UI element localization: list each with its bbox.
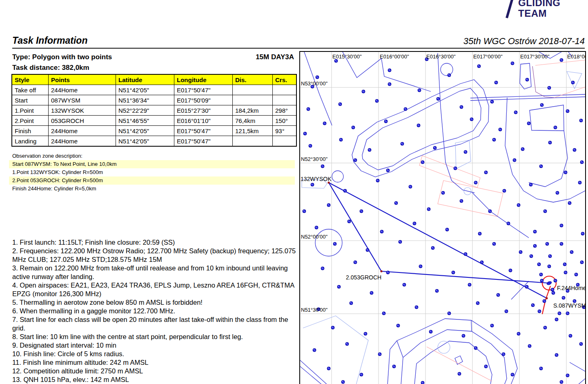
waypoint-dot bbox=[448, 74, 451, 77]
waypoint-dot-speck bbox=[336, 61, 336, 61]
task-note: 13. QNH 1015 hPa, elev.: 142 m AMSL bbox=[12, 375, 298, 384]
waypoint-dot-speck bbox=[520, 251, 521, 252]
waypoint-dot bbox=[484, 365, 488, 368]
waypoint-dot-speck bbox=[385, 121, 386, 121]
airspace-circle bbox=[441, 63, 453, 76]
waypoint-dot-speck bbox=[461, 107, 462, 107]
waypoint-dot bbox=[327, 367, 330, 370]
waypoint-dot bbox=[539, 165, 543, 168]
waypoint-dot-speck bbox=[533, 305, 533, 306]
waypoint-dot bbox=[454, 167, 457, 170]
waypoint-dot-speck bbox=[470, 285, 470, 285]
waypoint-dot-speck bbox=[557, 319, 557, 320]
waypoint-dot-speck bbox=[304, 133, 305, 134]
longitude-label: E016°30'00" bbox=[426, 54, 456, 60]
waypoint-dot-speck bbox=[355, 262, 356, 263]
waypoint-dot-speck bbox=[333, 328, 333, 328]
waypoint-dot-speck bbox=[335, 60, 336, 61]
airspace-line bbox=[401, 330, 507, 384]
waypoint-dot-speck bbox=[531, 185, 531, 185]
waypoint-dot bbox=[480, 261, 483, 264]
waypoint-dot bbox=[552, 291, 555, 295]
waypoint-dot-speck bbox=[476, 348, 476, 348]
table-cell bbox=[273, 136, 297, 147]
waypoint-dot bbox=[418, 89, 421, 92]
waypoint-dot-speck bbox=[527, 287, 527, 287]
table-cell bbox=[233, 95, 273, 105]
waypoint-dot-speck bbox=[372, 293, 372, 293]
waypoint-dot-speck bbox=[312, 185, 313, 185]
waypoint-dot bbox=[513, 159, 516, 162]
waypoint-dot bbox=[530, 255, 533, 258]
table-row: Take off244HomeN51°42'05"E017°50'47" bbox=[12, 85, 296, 95]
waypoint-dot-speck bbox=[521, 252, 521, 252]
waypoint-dot bbox=[526, 78, 529, 81]
waypoint-dot bbox=[521, 147, 524, 151]
observation-zone-line: 1.Point 132WYSOK: Cylinder R=500m bbox=[9, 168, 295, 176]
waypoint-dot bbox=[386, 271, 390, 274]
table-cell: E017°50'47" bbox=[174, 126, 233, 136]
waypoint-dot-speck bbox=[580, 343, 581, 344]
airspace-line bbox=[532, 66, 554, 98]
turnpoint-mark bbox=[380, 270, 382, 272]
waypoint-dot-speck bbox=[422, 382, 423, 383]
waypoint-dot-speck bbox=[481, 261, 482, 262]
waypoint-dot-speck bbox=[386, 121, 386, 122]
airspace-line bbox=[578, 379, 585, 384]
waypoint-dot-speck bbox=[388, 170, 388, 171]
waypoint-dot-speck bbox=[463, 335, 463, 336]
waypoint-dot-speck bbox=[561, 60, 562, 60]
airspace-polygon bbox=[530, 105, 564, 131]
airspace-line bbox=[427, 347, 492, 381]
waypoint-dot bbox=[543, 210, 547, 213]
waypoint-dot bbox=[458, 372, 461, 375]
waypoint-dot bbox=[354, 261, 357, 264]
waypoint-dot bbox=[570, 250, 573, 254]
airspace-line bbox=[529, 131, 568, 187]
waypoint-dot-speck bbox=[569, 202, 570, 203]
waypoint-dot-speck bbox=[395, 202, 396, 203]
waypoint-dot bbox=[529, 183, 532, 186]
waypoint-dot bbox=[492, 242, 496, 246]
waypoint-dot bbox=[354, 159, 357, 162]
waypoint-dot-speck bbox=[465, 151, 466, 152]
waypoint-dot-speck bbox=[303, 210, 304, 211]
waypoint-dot bbox=[581, 232, 584, 235]
waypoint-dot bbox=[540, 103, 543, 107]
waypoint-dot-speck bbox=[575, 301, 575, 301]
waypoint-dot-speck bbox=[491, 325, 492, 326]
waypoint-dot bbox=[548, 265, 551, 268]
waypoint-dot bbox=[548, 141, 552, 144]
waypoint-dot-speck bbox=[433, 248, 433, 248]
observation-zone-line: 2.Point 053GROCH: Cylinder R=500m bbox=[9, 176, 295, 185]
waypoint-dot-speck bbox=[549, 266, 550, 267]
waypoint-dot bbox=[554, 126, 557, 129]
waypoint-dot-speck bbox=[443, 193, 443, 193]
waypoint-dot-speck bbox=[561, 243, 561, 244]
waypoint-dot-speck bbox=[510, 270, 511, 271]
waypoint-dot-speck bbox=[575, 150, 575, 150]
waypoint-dot-speck bbox=[323, 268, 323, 269]
waypoint-dot bbox=[476, 301, 479, 305]
waypoint-dot bbox=[382, 312, 385, 315]
task-note: 12. Competition altitude limit: 2750 m A… bbox=[12, 367, 298, 375]
waypoint-dot-speck bbox=[471, 118, 472, 119]
waypoint-dot bbox=[548, 86, 551, 89]
waypoint-dot-speck bbox=[559, 313, 559, 313]
waypoint-dot-speck bbox=[510, 270, 510, 270]
airspace-line bbox=[300, 366, 323, 384]
waypoint-dot-speck bbox=[459, 374, 460, 374]
waypoint-dot bbox=[388, 83, 391, 86]
waypoint-dot-speck bbox=[475, 347, 476, 348]
task-note: 3. Remain on 122.200 MHz from take-off u… bbox=[12, 264, 298, 281]
waypoint-dot-speck bbox=[367, 249, 368, 250]
waypoint-dot bbox=[404, 107, 407, 111]
waypoint-dot bbox=[468, 283, 471, 286]
waypoint-dot-speck bbox=[508, 223, 509, 224]
waypoint-dot-speck bbox=[410, 186, 410, 187]
waypoint-label: 132WYSOK bbox=[301, 176, 332, 182]
waypoint-dot-speck bbox=[581, 261, 582, 262]
waypoint-dot-speck bbox=[529, 345, 530, 346]
table-cell: E017°50'09" bbox=[174, 95, 233, 105]
observation-zone-line: Start 087WYSM: To Next Point, Line 10,0k… bbox=[9, 160, 295, 168]
